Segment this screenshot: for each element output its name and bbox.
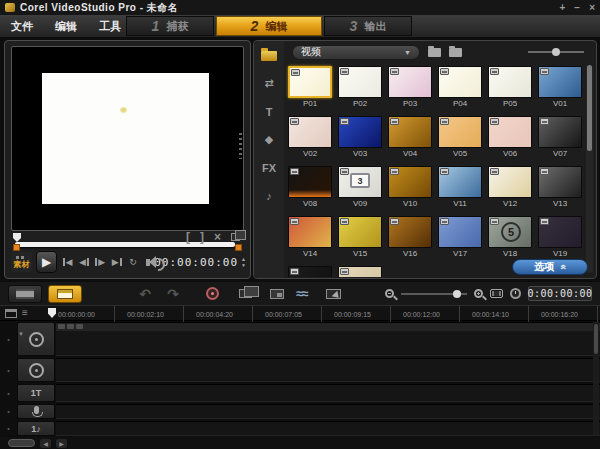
batch-convert-icon[interactable] [239, 289, 252, 298]
clip-thumbnail-P04[interactable] [438, 66, 482, 98]
previous-frame-button[interactable]: ◀ [78, 253, 90, 271]
subtitle-editor-icon[interactable] [270, 289, 284, 299]
volume-icon[interactable] [146, 259, 150, 266]
clip-thumbnail-V01[interactable] [538, 66, 582, 98]
title-track-header[interactable]: 1T [17, 384, 55, 402]
clip-thumbnail-V02[interactable] [288, 116, 332, 148]
slider-knob[interactable] [552, 48, 560, 56]
video-track-state-icon[interactable]: • [0, 322, 17, 356]
library-scrollbar[interactable] [586, 65, 593, 273]
redo-button[interactable]: ↷ [162, 286, 184, 302]
sound-mixer-icon[interactable]: ≈≈ [296, 286, 306, 301]
scroll-right-button[interactable]: ▶ [56, 439, 67, 448]
delete-clip-button[interactable]: × [214, 231, 221, 243]
track-dropdown-icon[interactable]: ▼ [18, 331, 24, 337]
sidebar-item-media[interactable] [258, 47, 280, 64]
tab-edit[interactable]: 2 编辑 [216, 16, 322, 36]
thumbnail-size-slider[interactable] [528, 46, 584, 58]
move-window-icon[interactable]: + [559, 3, 565, 13]
storyboard-view-button[interactable] [8, 285, 42, 303]
clip-thumbnail-V15[interactable] [338, 216, 382, 248]
undo-button[interactable]: ↶ [134, 286, 156, 302]
horizontal-scrollbar-thumb[interactable] [8, 439, 35, 447]
playhead-marker[interactable] [13, 233, 21, 242]
clip-thumbnail-P03[interactable] [388, 66, 432, 98]
end-button[interactable]: ▶ [111, 253, 123, 271]
mark-in-button[interactable]: [ [186, 231, 190, 243]
music-track-state-icon[interactable]: • [0, 421, 17, 436]
zoom-out-icon[interactable] [385, 289, 394, 298]
overlay-track-lane[interactable] [56, 358, 600, 382]
ripple-edit-strip[interactable] [56, 323, 600, 331]
home-button[interactable]: ◀ [61, 253, 73, 271]
voice-track-state-icon[interactable]: • [0, 404, 17, 419]
tab-share[interactable]: 3 输出 [324, 16, 412, 36]
clip-thumbnail-V17[interactable] [438, 216, 482, 248]
clip-thumbnail-V18[interactable]: 5 [488, 216, 532, 248]
fit-project-icon[interactable] [490, 289, 503, 298]
menu-file[interactable]: 文件 [0, 19, 44, 34]
timecode-spinner[interactable]: ▲▼ [241, 257, 246, 268]
clip-thumbnail-V14[interactable] [288, 216, 332, 248]
sidebar-item-filter[interactable]: FX [258, 159, 280, 176]
music-track-header[interactable]: 1♪ [17, 421, 55, 436]
zoom-slider-knob[interactable] [453, 290, 461, 298]
timecode-value[interactable]: 00:00:00:00 [154, 256, 238, 269]
panel-resize-grip[interactable] [239, 133, 242, 159]
overlay-track-state-icon[interactable]: • [0, 358, 17, 382]
timeline-view-button[interactable] [48, 285, 82, 303]
clip-thumbnail-V08[interactable] [288, 166, 332, 198]
clip-thumbnail-V06[interactable] [488, 116, 532, 148]
clip-thumbnail-V19[interactable] [538, 216, 582, 248]
timeline-vertical-scrollbar[interactable] [593, 322, 599, 435]
title-track-lane[interactable] [56, 384, 600, 402]
video-track-lane[interactable] [56, 322, 600, 356]
import-media-icon[interactable] [449, 48, 462, 57]
clip-thumbnail-V16[interactable] [388, 216, 432, 248]
clip-thumbnail-V10[interactable] [388, 166, 432, 198]
sidebar-item-audio[interactable]: ♪ [258, 187, 280, 204]
clip-thumbnail-V04[interactable] [388, 116, 432, 148]
project-duration-icon[interactable] [510, 288, 521, 299]
mark-out-button[interactable]: ] [200, 231, 204, 243]
menu-edit[interactable]: 编辑 [44, 19, 88, 34]
gallery-dropdown[interactable]: 视频 ▼ [292, 45, 420, 60]
clip-thumbnail-V12[interactable] [488, 166, 532, 198]
next-frame-button[interactable]: ▶ [94, 253, 106, 271]
close-button[interactable]: × [589, 3, 595, 13]
show-tracks-icon[interactable]: ≡ [22, 308, 28, 318]
scroll-left-button[interactable]: ◀ [40, 439, 51, 448]
clip-thumbnail-V20[interactable] [288, 266, 332, 277]
clip-thumbnail-P02[interactable] [338, 66, 382, 98]
clip-thumbnail-V09[interactable]: 3 [338, 166, 382, 198]
title-track-state-icon[interactable]: • [0, 384, 17, 402]
video-track-header[interactable] [17, 322, 55, 356]
timeline-zoom-slider[interactable] [401, 289, 467, 299]
sidebar-item-transition[interactable]: ⇄ [258, 75, 280, 92]
clip-thumbnail-V07[interactable] [538, 116, 582, 148]
repeat-button[interactable]: ↻ [127, 253, 139, 271]
track-manager-icon[interactable] [5, 309, 17, 318]
clip-thumbnail-V21[interactable] [338, 266, 382, 277]
ruler-ticks[interactable]: 00:00:00:0000:00:02:1000:00:04:2000:00:0… [46, 306, 600, 320]
vertical-scrollbar-thumb[interactable] [594, 324, 598, 354]
split-clip-icon[interactable] [231, 233, 240, 241]
overlay-track-header[interactable] [17, 358, 55, 382]
add-folder-icon[interactable] [428, 48, 441, 57]
library-scrollbar-thumb[interactable] [587, 65, 592, 151]
minimize-button[interactable]: − [574, 3, 580, 13]
clip-thumbnail-V13[interactable] [538, 166, 582, 198]
timeline-timecode[interactable]: 0:00:00:00 [528, 286, 592, 301]
sidebar-item-graphic[interactable]: ◆ [258, 131, 280, 148]
timeline-ruler[interactable]: ≡ 00:00:00:0000:00:02:1000:00:04:2000:00… [0, 305, 600, 321]
play-button[interactable]: ▶ [36, 251, 57, 273]
voice-track-lane[interactable] [56, 404, 600, 419]
record-capture-icon[interactable] [206, 287, 219, 300]
clip-thumbnail-V05[interactable] [438, 116, 482, 148]
music-track-lane[interactable] [56, 421, 600, 436]
clip-thumbnail-V03[interactable] [338, 116, 382, 148]
instant-project-icon[interactable] [326, 289, 341, 299]
tab-capture[interactable]: 1 捕获 [126, 16, 214, 36]
voice-track-header[interactable] [17, 404, 55, 419]
clip-thumbnail-V11[interactable] [438, 166, 482, 198]
